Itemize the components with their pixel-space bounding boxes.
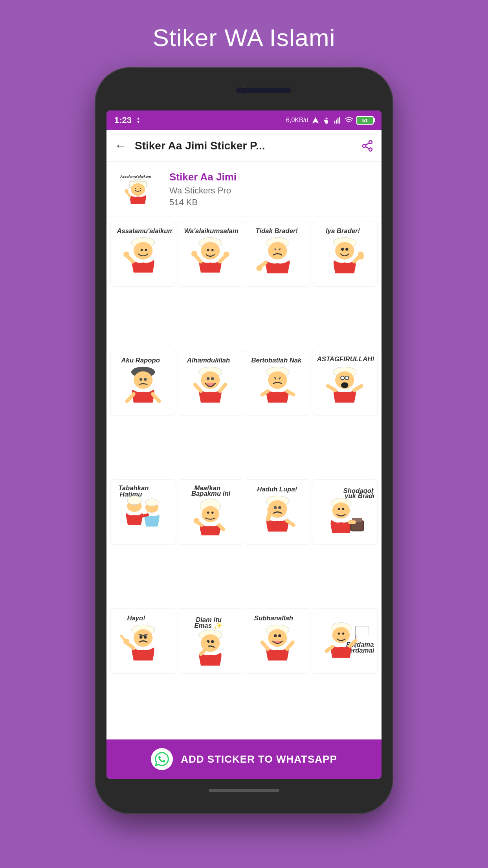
screen-title: Stiker Aa Jimi Sticker P... <box>135 140 361 152</box>
svg-point-43 <box>335 242 354 260</box>
svg-text:Wa'alaikumsalam: Wa'alaikumsalam <box>184 228 238 235</box>
svg-text:Assalamu'alaikum: Assalamu'alaikum <box>120 175 151 178</box>
data-speed: 6,0KB/d <box>286 117 308 124</box>
svg-point-72 <box>341 382 349 388</box>
add-to-whatsapp-button[interactable]: ADD STICKER TO WHATSAPP <box>106 739 382 779</box>
svg-point-17 <box>125 189 128 193</box>
svg-text:Assalamu'alaikum: Assalamu'alaikum <box>117 228 172 235</box>
svg-point-87 <box>202 506 219 522</box>
sticker-cell-15[interactable]: Subhanallah <box>245 608 310 674</box>
navigation-icon <box>312 116 319 124</box>
back-button[interactable]: ← <box>114 138 127 153</box>
svg-line-60 <box>195 384 201 391</box>
svg-point-132 <box>274 634 277 637</box>
svg-point-5 <box>369 140 372 143</box>
mute-icon <box>323 116 330 124</box>
speaker <box>236 88 291 93</box>
svg-point-6 <box>363 144 366 147</box>
pack-preview: Assalamu'alaikum <box>114 169 161 209</box>
sticker-cell-4[interactable]: Iya Brader! <box>312 221 378 287</box>
status-time: 1:23 <box>114 115 132 125</box>
svg-text:Hayo!: Hayo! <box>127 614 146 622</box>
battery-level: 51 <box>362 118 368 123</box>
svg-point-105 <box>338 508 340 510</box>
svg-point-88 <box>207 511 209 514</box>
phone-screen: 1:23 6,0KB/d 51 ← Stiker Aa Jimi Sticker… <box>106 110 382 779</box>
sticker-cell-2[interactable]: Wa'alaikumsalam <box>178 221 243 287</box>
svg-point-143 <box>342 633 345 635</box>
sticker-cell-14[interactable]: Diam itu Emas ✨ <box>178 608 243 674</box>
svg-line-75 <box>328 386 336 390</box>
sticker-cell-1[interactable]: Assalamu'alaikum <box>110 221 176 287</box>
svg-point-44 <box>341 248 344 251</box>
svg-rect-4 <box>339 117 340 124</box>
phone-bottom <box>209 779 279 802</box>
svg-text:ASTAGFIRULLAH!!!: ASTAGFIRULLAH!!! <box>317 355 374 362</box>
svg-point-52 <box>144 378 147 381</box>
svg-text:Alhamdulillah: Alhamdulillah <box>187 357 230 364</box>
sticker-cell-5[interactable]: Aku Rapopo <box>110 350 176 416</box>
status-bar: 1:23 6,0KB/d 51 <box>106 110 382 130</box>
home-indicator <box>209 789 279 792</box>
svg-rect-3 <box>338 118 339 123</box>
svg-rect-1 <box>334 121 336 124</box>
sticker-cell-7[interactable]: Bertobatlah Nak <box>245 350 310 416</box>
pack-author: Wa Stickers Pro <box>169 186 237 196</box>
svg-text:Bapakmu ini: Bapakmu ini <box>191 490 231 497</box>
svg-point-27 <box>201 242 220 260</box>
sticker-cell-11[interactable]: Haduh Lupa! <box>245 479 310 545</box>
svg-point-7 <box>369 148 372 151</box>
sticker-cell-12[interactable]: Shodaqoh yuk Brader <box>312 479 378 545</box>
sticker-cell-3[interactable]: Tidak Brader! <box>245 221 310 287</box>
svg-text:Iya Brader!: Iya Brader! <box>326 228 360 235</box>
svg-point-13 <box>131 183 145 196</box>
add-button-label: ADD STICKER TO WHATSAPP <box>181 753 337 765</box>
svg-rect-2 <box>336 120 337 123</box>
app-header: ← Stiker Aa Jimi Sticker P... <box>106 130 382 162</box>
svg-point-125 <box>211 640 214 643</box>
svg-point-29 <box>211 249 214 251</box>
svg-point-24 <box>123 252 129 257</box>
svg-point-131 <box>268 629 287 647</box>
signal-icon <box>334 116 341 124</box>
sticker-cell-8[interactable]: ASTAGFIRULLAH!!! <box>312 350 378 416</box>
svg-point-133 <box>278 634 281 637</box>
pack-size: 514 KB <box>169 197 237 208</box>
svg-point-99 <box>268 506 275 513</box>
svg-text:Subhanallah: Subhanallah <box>254 614 293 622</box>
svg-line-83 <box>142 515 148 516</box>
svg-line-53 <box>127 394 134 401</box>
battery-icon: 51 <box>356 116 374 125</box>
sticker-cell-6[interactable]: Alhamdulillah <box>178 350 243 416</box>
sticker-cell-10[interactable]: Maafkan Bapakmu ini <box>178 479 243 545</box>
svg-point-20 <box>134 242 152 260</box>
share-icon[interactable] <box>361 140 374 152</box>
svg-text:Emas ✨: Emas ✨ <box>194 622 224 630</box>
svg-point-106 <box>342 508 345 510</box>
svg-point-82 <box>145 499 158 506</box>
wifi-icon <box>345 116 353 125</box>
svg-point-22 <box>145 249 147 251</box>
svg-point-40 <box>257 265 262 271</box>
svg-point-36 <box>268 242 287 260</box>
sticker-cell-16[interactable]: Perdamaian Perdamaian <box>312 608 378 674</box>
pack-preview-image: Assalamu'alaikum <box>118 171 158 208</box>
sticker-pack-info: Assalamu'alaikum <box>106 162 382 217</box>
svg-point-97 <box>278 506 281 509</box>
svg-rect-139 <box>356 626 369 635</box>
svg-text:Bertobatlah Nak: Bertobatlah Nak <box>251 357 302 364</box>
whatsapp-icon <box>151 748 173 770</box>
svg-point-116 <box>144 636 147 638</box>
sticker-cell-13[interactable]: Hayo! <box>110 608 176 674</box>
svg-point-80 <box>127 496 142 504</box>
svg-text:Haduh Lupa!: Haduh Lupa! <box>257 485 297 493</box>
svg-line-135 <box>287 642 293 649</box>
svg-point-58 <box>207 377 209 380</box>
location-icon <box>135 117 142 124</box>
svg-point-91 <box>194 518 200 524</box>
sticker-cell-9[interactable]: Tabahkan Hatimu <box>110 479 176 545</box>
svg-line-54 <box>153 394 160 401</box>
svg-point-50 <box>134 371 152 389</box>
svg-point-59 <box>211 377 214 380</box>
svg-line-30 <box>195 255 201 262</box>
